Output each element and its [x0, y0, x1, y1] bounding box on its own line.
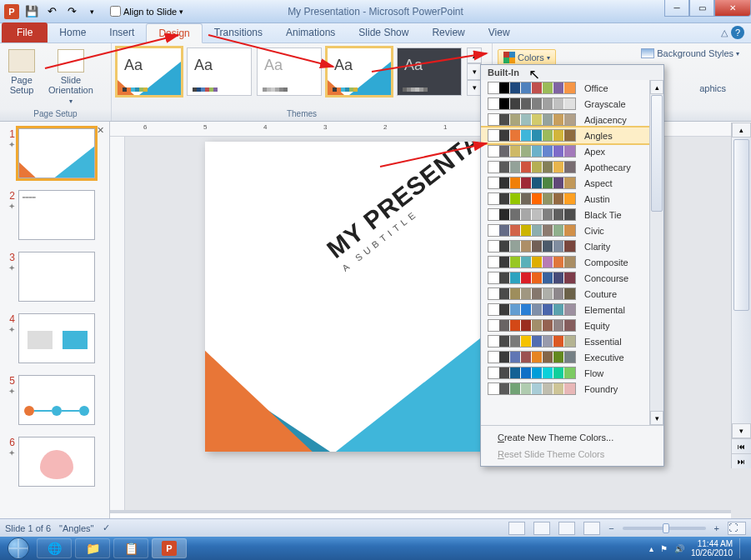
slide-thumbnail-3[interactable]: 3✦ — [0, 245, 109, 307]
themes-scroll-up[interactable]: ▴ — [467, 48, 482, 63]
scheme-name-label: Concourse — [584, 273, 628, 283]
zoom-in-button[interactable]: + — [714, 523, 719, 533]
scheme-name-label: Angles — [584, 131, 613, 141]
colors-scroll-thumb[interactable] — [651, 95, 663, 212]
zoom-out-button[interactable]: − — [608, 523, 613, 533]
tray-flag-icon[interactable]: ⚑ — [660, 544, 668, 553]
slide-thumb-image[interactable] — [18, 313, 95, 363]
start-button[interactable] — [3, 537, 33, 560]
sorter-view-button[interactable] — [533, 522, 550, 535]
theme-thumb-5[interactable]: Aa — [397, 48, 462, 96]
slide-thumbnail-6[interactable]: 6✦ — [0, 430, 109, 492]
colors-button[interactable]: Colors ▾ — [498, 49, 556, 66]
scroll-up-icon[interactable]: ▴ — [732, 122, 751, 138]
color-scheme-concourse[interactable]: Concourse — [481, 270, 663, 286]
color-scheme-angles[interactable]: Angles — [481, 128, 663, 143]
tab-view[interactable]: View — [477, 22, 522, 42]
taskbar-ie[interactable]: 🌐 — [37, 538, 72, 558]
color-scheme-essential[interactable]: Essential — [481, 333, 663, 349]
scheme-name-label: Black Tie — [584, 210, 622, 220]
taskbar-explorer[interactable]: 📁 — [75, 538, 110, 558]
taskbar-powerpoint[interactable]: P — [152, 538, 187, 558]
theme-thumb-2[interactable]: Aa — [187, 48, 252, 96]
qat-customize-icon[interactable]: ▾ — [83, 3, 100, 20]
minimize-button[interactable]: ─ — [664, 0, 689, 17]
scroll-down-icon[interactable]: ▾ — [732, 423, 751, 438]
color-scheme-flow[interactable]: Flow — [481, 365, 663, 381]
tray-show-hidden-icon[interactable]: ▴ — [649, 544, 653, 553]
zoom-handle[interactable] — [663, 523, 669, 533]
fit-to-window-button[interactable]: ⛶ — [728, 522, 746, 535]
page-setup-button[interactable]: Page Setup — [5, 46, 38, 95]
background-styles-button[interactable]: Background Styles▾ — [641, 48, 739, 58]
show-desktop-button[interactable] — [739, 538, 748, 558]
slide-thumbnail-4[interactable]: 4✦ — [0, 307, 109, 368]
redo-icon[interactable]: ↷ — [63, 3, 80, 20]
colors-panel-scrollbar[interactable]: ▴ ▾ — [649, 80, 663, 425]
create-new-theme-colors[interactable]: CCreate New Theme Colors...reate New The… — [481, 429, 663, 446]
color-scheme-aspect[interactable]: Aspect — [481, 175, 663, 191]
color-scheme-equity[interactable]: Equity — [481, 318, 663, 333]
vertical-scrollbar[interactable]: ▴ ▾ ⏮ ⏭ — [731, 122, 751, 468]
tab-design[interactable]: Design — [146, 23, 202, 43]
ribbon-tabs: File Home Insert Design Transitions Anim… — [0, 23, 751, 43]
color-scheme-adjacency[interactable]: Adjacency — [481, 112, 663, 128]
color-scheme-elemental[interactable]: Elemental — [481, 302, 663, 318]
slide-orientation-button[interactable]: Slide Orientation ▾ — [45, 46, 97, 105]
save-icon[interactable]: 💾 — [23, 3, 40, 20]
color-scheme-foundry[interactable]: Foundry — [481, 381, 663, 397]
close-button[interactable]: ✕ — [714, 0, 751, 17]
slide-thumb-image[interactable] — [18, 437, 95, 487]
color-scheme-executive[interactable]: Executive — [481, 349, 663, 365]
help-icon[interactable]: ? — [731, 26, 744, 39]
color-scheme-clarity[interactable]: Clarity — [481, 238, 663, 254]
color-scheme-office[interactable]: Office — [481, 80, 663, 96]
tray-clock[interactable]: 11:44 AM 10/26/2010 — [691, 539, 733, 558]
undo-icon[interactable]: ↶ — [43, 3, 60, 20]
color-scheme-civic[interactable]: Civic — [481, 222, 663, 238]
tray-volume-icon[interactable]: 🔊 — [674, 544, 684, 553]
scheme-swatch — [488, 129, 576, 142]
minimize-ribbon-icon[interactable]: △ — [721, 28, 728, 38]
theme-thumb-angles-hover[interactable]: Aa — [327, 48, 392, 96]
tab-review[interactable]: Review — [420, 22, 476, 42]
color-scheme-grayscale[interactable]: Grayscale — [481, 96, 663, 112]
slide-thumbnail-5[interactable]: 5✦ — [0, 368, 109, 430]
tab-insert[interactable]: Insert — [98, 22, 146, 42]
tab-file[interactable]: File — [2, 22, 48, 42]
maximize-button[interactable]: ▭ — [689, 0, 714, 17]
scheme-name-label: Essential — [584, 337, 622, 347]
theme-thumb-3[interactable]: Aa — [257, 48, 322, 96]
colors-scroll-up-icon[interactable]: ▴ — [650, 80, 663, 94]
slides-panel-close-icon[interactable]: ✕ — [97, 125, 104, 136]
slideshow-view-button[interactable] — [583, 522, 600, 535]
taskbar-app-4[interactable]: 📋 — [113, 538, 148, 558]
slide-thumbnail-1[interactable]: 1✦ — [0, 122, 109, 183]
color-scheme-apex[interactable]: Apex — [481, 143, 663, 159]
scroll-thumb[interactable] — [733, 139, 749, 311]
color-scheme-composite[interactable]: Composite — [481, 254, 663, 270]
spellcheck-icon[interactable]: ✓ — [103, 522, 110, 533]
next-slide-icon[interactable]: ⏭ — [732, 453, 751, 468]
tab-slideshow[interactable]: Slide Show — [347, 22, 420, 42]
reading-view-button[interactable] — [558, 522, 575, 535]
tab-transitions[interactable]: Transitions — [203, 22, 274, 42]
color-scheme-apothecary[interactable]: Apothecary — [481, 159, 663, 175]
color-scheme-black-tie[interactable]: Black Tie — [481, 207, 663, 222]
normal-view-button[interactable] — [508, 522, 525, 535]
align-to-slide-checkbox[interactable]: Align to Slide ▾ — [110, 6, 183, 17]
slide-thumb-image[interactable] — [18, 252, 95, 302]
colors-scroll-down-icon[interactable]: ▾ — [650, 411, 663, 425]
tab-home[interactable]: Home — [48, 22, 98, 42]
zoom-slider[interactable] — [623, 527, 706, 530]
slide-thumb-image[interactable] — [18, 375, 95, 425]
slide-thumb-image[interactable] — [18, 128, 95, 178]
theme-thumb-angles[interactable]: Aa — [117, 48, 182, 96]
color-scheme-couture[interactable]: Couture — [481, 286, 663, 302]
slide-thumb-image[interactable]: ━━━━ — [18, 190, 95, 240]
color-scheme-austin[interactable]: Austin — [481, 191, 663, 207]
prev-slide-icon[interactable]: ⏮ — [732, 438, 751, 453]
tab-animations[interactable]: Animations — [274, 22, 347, 42]
align-checkbox-input[interactable] — [110, 6, 121, 17]
slide-thumbnail-2[interactable]: 2✦ ━━━━ — [0, 183, 109, 245]
